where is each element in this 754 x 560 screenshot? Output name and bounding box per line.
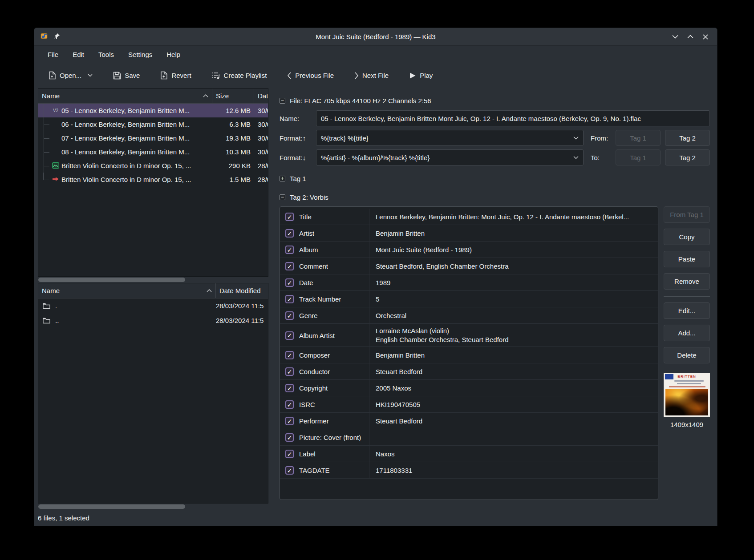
copy-button[interactable]: Copy: [664, 229, 710, 245]
tag-value-cell[interactable]: 2005 Naxos: [369, 380, 658, 396]
create-playlist-button[interactable]: Create Playlist: [207, 68, 272, 83]
tag-value-cell[interactable]: 1989: [369, 274, 658, 290]
menu-edit[interactable]: Edit: [66, 49, 90, 60]
column-header-size[interactable]: Size: [212, 89, 254, 103]
checkbox-checked-icon[interactable]: ✓: [285, 433, 294, 442]
menu-tools[interactable]: Tools: [92, 49, 120, 60]
tag-field-cell[interactable]: ✓ Track Number: [280, 291, 369, 307]
tag-field-cell[interactable]: ✓ Artist: [280, 225, 369, 242]
checkbox-checked-icon[interactable]: ✓: [285, 229, 294, 238]
expand-icon[interactable]: +: [280, 176, 285, 181]
tag-value-cell[interactable]: Orchestral: [369, 307, 658, 323]
from-tag2-button[interactable]: Tag 2: [665, 130, 710, 146]
tag-field-cell[interactable]: ✓ Copyright: [280, 380, 369, 396]
file-row[interactable]: Britten Violin Concerto in D minor Op. 1…: [38, 159, 268, 173]
checkbox-checked-icon[interactable]: ✓: [285, 295, 294, 303]
tag-value-cell[interactable]: Steuart Bedford: [369, 413, 658, 429]
file-row[interactable]: 07 - Lennox Berkeley, Benjamin Britten M…: [38, 131, 268, 145]
file-row[interactable]: 06 - Lennox Berkeley, Benjamin Britten M…: [38, 117, 268, 131]
tag-value-cell[interactable]: Steuart Bedford: [369, 363, 658, 379]
album-cover-thumbnail[interactable]: BRITTEN: [664, 373, 710, 417]
pin-icon[interactable]: [54, 33, 60, 41]
tag-value-cell[interactable]: Steuart Bedford, English Chamber Orchest…: [369, 258, 658, 274]
tag-field-cell[interactable]: ✓ Picture: Cover (front): [280, 429, 369, 446]
tag2-section[interactable]: − Tag 2: Vorbis: [280, 191, 710, 203]
from-tag1-button[interactable]: Tag 1: [616, 130, 661, 146]
to-tag2-button[interactable]: Tag 2: [665, 149, 710, 165]
checkbox-checked-icon[interactable]: ✓: [285, 417, 294, 425]
directory-row[interactable]: .. 28/03/2024 11:5: [38, 313, 268, 328]
tag-field-cell[interactable]: ✓ Genre: [280, 307, 369, 324]
checkbox-checked-icon[interactable]: ✓: [285, 278, 294, 287]
tag-field-cell[interactable]: ✓ Album: [280, 242, 369, 258]
tag-field-cell[interactable]: ✓ Date: [280, 274, 369, 291]
file-row[interactable]: Britten Violin Concerto in D minor Op. 1…: [38, 173, 268, 186]
menu-settings[interactable]: Settings: [122, 49, 158, 60]
column-header-name[interactable]: Name: [38, 89, 212, 103]
checkbox-checked-icon[interactable]: ✓: [285, 351, 294, 359]
column-header-date[interactable]: Date: [254, 89, 268, 103]
tag-field-cell[interactable]: ✓ Title: [280, 209, 369, 225]
tag-field-cell[interactable]: ✓ Comment: [280, 258, 369, 274]
tag-field-cell[interactable]: ✓ Conductor: [280, 363, 369, 380]
tag-value-cell[interactable]: 5: [369, 291, 658, 307]
tag-field-cell[interactable]: ✓ Label: [280, 446, 369, 462]
checkbox-checked-icon[interactable]: ✓: [285, 466, 294, 475]
checkbox-checked-icon[interactable]: ✓: [285, 400, 294, 409]
splitter-handle[interactable]: [268, 88, 276, 510]
scrollbar-thumb[interactable]: [38, 278, 185, 282]
chevron-down-icon[interactable]: [573, 136, 579, 140]
format-up-combobox[interactable]: %{track} %{title}: [316, 130, 584, 146]
delete-button[interactable]: Delete: [664, 347, 710, 363]
checkbox-checked-icon[interactable]: ✓: [285, 311, 294, 320]
checkbox-checked-icon[interactable]: ✓: [285, 213, 294, 221]
tag-value-cell[interactable]: Lorraine McAslan (violin) English Chambe…: [369, 324, 658, 346]
checkbox-checked-icon[interactable]: ✓: [285, 331, 294, 340]
menu-file[interactable]: File: [41, 49, 65, 60]
file-row[interactable]: V2 05 - Lennox Berkeley, Benjamin Britte…: [38, 104, 268, 117]
tag1-section[interactable]: + Tag 1: [280, 173, 710, 184]
open-dropdown-chevron-icon[interactable]: [88, 74, 93, 77]
directory-row[interactable]: . 28/03/2024 11:5: [38, 298, 268, 313]
format-down-combobox[interactable]: %{artist} - %{album}/%{track} %{title}: [316, 149, 584, 165]
checkbox-checked-icon[interactable]: ✓: [285, 384, 294, 392]
tag-field-cell[interactable]: ✓ Performer: [280, 413, 369, 429]
tag-value-cell[interactable]: Lennox Berkeley, Benjamin Britten: Mont …: [369, 209, 658, 225]
checkbox-checked-icon[interactable]: ✓: [285, 246, 294, 254]
tag-value-cell[interactable]: 1711803331: [369, 462, 658, 478]
save-button[interactable]: Save: [109, 68, 144, 83]
open-button[interactable]: Open...: [44, 68, 97, 83]
menu-help[interactable]: Help: [160, 49, 186, 60]
tag-value-cell[interactable]: Mont Juic Suite (Bedford - 1989): [369, 242, 658, 258]
next-file-button[interactable]: Next File: [350, 68, 393, 82]
column-header-name[interactable]: Name: [38, 283, 216, 298]
remove-button[interactable]: Remove: [664, 273, 710, 290]
column-header-date-modified[interactable]: Date Modified: [216, 283, 268, 298]
checkbox-checked-icon[interactable]: ✓: [285, 450, 294, 458]
add-button[interactable]: Add...: [664, 325, 710, 341]
checkbox-checked-icon[interactable]: ✓: [285, 262, 294, 270]
previous-file-button[interactable]: Previous File: [283, 68, 338, 82]
tag-field-cell[interactable]: ✓ Composer: [280, 347, 369, 363]
file-row[interactable]: 08 - Lennox Berkeley, Benjamin Britten M…: [38, 145, 268, 159]
tag-value-cell[interactable]: Benjamin Britten: [369, 225, 658, 241]
tag-field-cell[interactable]: ✓ Album Artist: [280, 324, 369, 347]
file-info-section[interactable]: − File: FLAC 705 kbps 44100 Hz 2 Channel…: [280, 94, 710, 107]
tag-value-cell[interactable]: [369, 429, 658, 445]
tag-value-cell[interactable]: Benjamin Britten: [369, 347, 658, 363]
from-tag-1-button[interactable]: From Tag 1: [664, 206, 710, 223]
tag-value-cell[interactable]: Naxos: [369, 446, 658, 462]
close-icon[interactable]: [701, 32, 710, 41]
tag-field-cell[interactable]: ✓ TAGDATE: [280, 462, 369, 479]
chevron-down-icon[interactable]: [573, 156, 579, 159]
play-button[interactable]: Play: [405, 68, 437, 82]
to-tag1-button[interactable]: Tag 1: [616, 149, 661, 165]
paste-button[interactable]: Paste: [664, 251, 710, 267]
filename-input[interactable]: 05 - Lennox Berkeley, Benjamin Britten M…: [316, 110, 710, 126]
edit-button[interactable]: Edit...: [664, 302, 710, 319]
revert-button[interactable]: Revert: [156, 68, 195, 83]
minimize-icon[interactable]: [671, 32, 680, 41]
collapse-icon[interactable]: −: [280, 194, 285, 200]
tag-field-cell[interactable]: ✓ ISRC: [280, 396, 369, 413]
tag-value-cell[interactable]: HKI190470505: [369, 396, 658, 412]
